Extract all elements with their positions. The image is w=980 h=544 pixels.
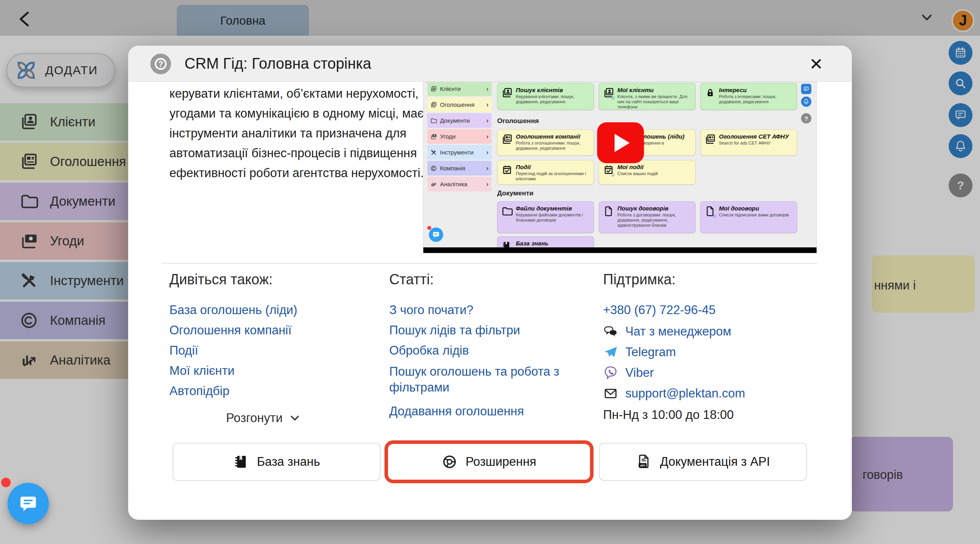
video-section-docs: Документи — [497, 189, 534, 197]
video-sidebar-item: Угоди› — [427, 129, 492, 144]
expand-label: Розгонути — [226, 411, 282, 425]
video-chat-fab-badge — [427, 226, 431, 230]
support-hours: Пн-Нд з 10:00 до 18:00 — [603, 408, 734, 422]
video-card-my-clients: ☺Мої клієнтиКлієнти, з якими ви працюєте… — [599, 83, 696, 110]
support-email-row[interactable]: support@plektan.com — [603, 386, 745, 401]
youtube-play-button[interactable] — [597, 122, 644, 163]
book-icon — [233, 454, 249, 470]
video-card-my-events: ☺Мої подіїСписок ваших подій — [599, 160, 696, 185]
tutorial-video[interactable]: Клієнти› Оголошення› Документи› Угоди› І… — [423, 82, 817, 253]
chat-fab[interactable] — [8, 483, 49, 524]
link-autoselect[interactable]: Автопідбір — [169, 384, 229, 398]
video-card-doc-files: Файли документівКерування файлами докуме… — [497, 201, 594, 233]
link-ads-search[interactable]: Пошук оголошень та робота з фільтрами — [389, 364, 572, 395]
link-leads-base[interactable]: База оголошень (ліди) — [169, 303, 297, 317]
link-events[interactable]: Події — [169, 343, 198, 358]
close-icon[interactable]: ✕ — [805, 53, 827, 75]
chat-fab-badge — [1, 478, 11, 487]
viber-icon — [603, 365, 618, 380]
chat-bubble-icon — [18, 493, 38, 514]
mail-icon — [603, 386, 618, 401]
video-card-set-afnu: Оголошення СЕТ АФНУSearch for ads СЕТ АФ… — [700, 129, 797, 156]
link-leads-search[interactable]: Пошук лідів та фільтри — [389, 323, 520, 338]
video-sidebar-item: Документи› — [427, 113, 492, 128]
support-phone-link[interactable]: +380 (67) 722-96-45 — [603, 303, 716, 317]
video-rail-help-icon: ? — [801, 113, 811, 123]
telegram-icon — [603, 345, 618, 360]
video-card-clients-search: Пошук клієнтівКерування клієнтами: пошук… — [497, 83, 594, 110]
link-add-ad[interactable]: Додавання оголошення — [389, 404, 524, 419]
crm-guide-modal: ? CRM Гід: Головна сторінка ✕ керувати к… — [128, 46, 852, 520]
chat-bubbles-icon — [603, 324, 618, 339]
chevron-down-icon — [288, 411, 302, 425]
api-docs-button[interactable]: API Документація з API — [599, 443, 807, 481]
articles-heading: Статті: — [389, 271, 434, 288]
intro-paragraph: керувати клієнтами, об’єктами нерухомост… — [169, 84, 425, 183]
link-where-to-start[interactable]: З чого почати? — [389, 303, 473, 317]
link-leads-processing[interactable]: Обробка лідів — [389, 343, 469, 358]
video-card-my-contracts: ☺Мої договориСписок підписаних вами дого… — [700, 201, 797, 233]
video-sidebar-item: Клієнти› — [427, 82, 492, 96]
link-my-clients[interactable]: Мої клієнти — [169, 364, 234, 378]
video-card-company-ads: Оголошення компаніїРобота з оголошеннями… — [497, 129, 594, 156]
help-circle-icon: ? — [150, 54, 171, 74]
video-letterbox — [423, 247, 817, 253]
support-heading: Підтримка: — [603, 271, 676, 288]
video-sidebar-item: Компанія› — [427, 161, 492, 176]
api-doc-icon: API — [636, 454, 652, 470]
video-rail-bell-icon — [801, 96, 811, 107]
support-telegram-link: Telegram — [625, 345, 676, 359]
video-sidebar-item: Аналітика› — [427, 177, 492, 191]
play-icon — [615, 134, 630, 152]
kb-button[interactable]: База знань — [173, 443, 380, 481]
support-telegram-row[interactable]: Telegram — [603, 345, 676, 360]
extension-button[interactable]: Розширення — [384, 440, 594, 483]
svg-text:API: API — [640, 464, 646, 467]
video-sidebar-item: Інструменти› — [427, 145, 492, 160]
modal-divider — [162, 263, 818, 264]
modal-title: CRM Гід: Головна сторінка — [184, 55, 371, 72]
video-chat-fab — [429, 228, 443, 242]
extension-icon — [442, 454, 457, 470]
see-also-heading: Дивіться також: — [169, 271, 273, 288]
support-email-link: support@plektan.com — [625, 386, 745, 401]
video-card-contracts-search: Пошук договорівРобота з договорами: пошу… — [599, 201, 696, 233]
expand-button[interactable]: Розгонути — [194, 411, 333, 425]
extension-button-label: Розширення — [465, 455, 536, 469]
link-company-ads[interactable]: Оголошення компанії — [169, 323, 292, 338]
video-section-ads: Оголошення — [497, 117, 539, 125]
video-rail-chat-icon — [801, 84, 811, 94]
video-card-events: ПодіїПерегляд подій за оголошеннями і кл… — [497, 160, 594, 185]
support-viber-link: Viber — [625, 366, 654, 380]
api-docs-button-label: Документація з API — [660, 455, 770, 469]
support-viber-row[interactable]: Viber — [603, 365, 654, 380]
app-window: Головна ДОДАТИ Клієнти Оголошення Докуме… — [0, 0, 980, 544]
support-chat-row[interactable]: Чат з менеджером — [603, 324, 731, 339]
support-chat-link: Чат з менеджером — [625, 324, 731, 339]
kb-button-label: База знань — [257, 455, 320, 469]
video-sidebar-item: Оголошення› — [427, 97, 492, 112]
video-card-interests: ІнтересиРобота з інтересами: пошук, дода… — [700, 83, 797, 110]
